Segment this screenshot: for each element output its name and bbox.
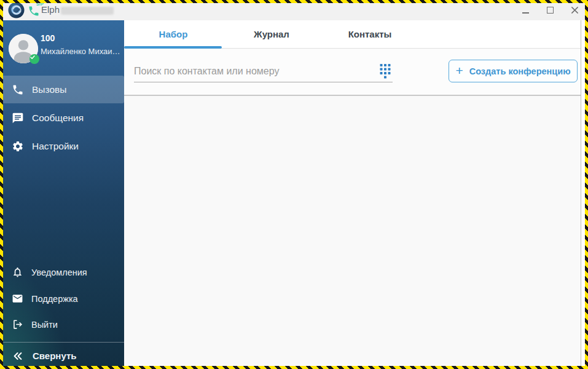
- phone-icon: [12, 84, 24, 96]
- tab-contacts[interactable]: Контакты: [321, 20, 419, 48]
- gear-icon: [12, 140, 24, 153]
- sidebar-item-support[interactable]: Поддержка: [0, 285, 124, 312]
- app-logo-swirl-icon: [8, 2, 25, 18]
- main-panel: Набор Журнал Контакты + Создать конферен: [124, 20, 581, 369]
- sidebar-item-label: Поддержка: [31, 294, 78, 304]
- redacted-version-blur: [61, 7, 114, 15]
- window-controls: [520, 0, 579, 20]
- user-extension: 100: [41, 33, 55, 43]
- tab-label: Набор: [159, 29, 188, 39]
- tab-journal[interactable]: Журнал: [222, 20, 321, 48]
- create-conference-label: Создать конференцию: [469, 66, 571, 76]
- envelope-icon: [12, 293, 23, 304]
- collapse-label: Свернуть: [33, 351, 77, 361]
- tab-label: Контакты: [348, 29, 392, 39]
- sidebar-item-label: Уведомления: [31, 268, 87, 277]
- tab-bar: Набор Журнал Контакты: [124, 20, 581, 49]
- sidebar-item-label: Сообщения: [32, 113, 84, 124]
- double-chevron-left-icon: [12, 350, 24, 362]
- dialpad-icon[interactable]: [379, 63, 391, 79]
- collapse-sidebar-button[interactable]: Свернуть: [0, 343, 124, 369]
- sidebar-item-settings[interactable]: Настройки: [0, 132, 124, 160]
- search-row: + Создать конференцию: [124, 49, 581, 95]
- sidebar: 100 Михайленко Михаи… Вызовы Сообщения Н…: [0, 20, 124, 369]
- tab-dial[interactable]: Набор: [124, 20, 222, 48]
- create-conference-button[interactable]: + Создать конференцию: [449, 60, 578, 82]
- logout-icon: [12, 319, 23, 330]
- titlebar: SIP Elph v.: [0, 0, 588, 20]
- active-tab-indicator: [124, 46, 222, 49]
- minimize-icon[interactable]: [520, 6, 530, 15]
- close-icon[interactable]: [570, 6, 579, 15]
- bell-icon: [12, 266, 23, 278]
- tab-label: Журнал: [254, 29, 289, 39]
- sidebar-item-logout[interactable]: Выйти: [0, 311, 124, 338]
- sip-phone-icon: [28, 5, 40, 17]
- chat-icon: [12, 112, 24, 124]
- sidebar-item-label: Выйти: [31, 320, 58, 330]
- user-name: Михайленко Михаи…: [41, 47, 120, 56]
- sidebar-item-notifications[interactable]: Уведомления: [0, 259, 124, 285]
- sidebar-item-label: Настройки: [32, 141, 79, 152]
- online-status-badge: [29, 54, 39, 64]
- maximize-icon[interactable]: [545, 6, 555, 15]
- sidebar-item-calls[interactable]: Вызовы: [0, 76, 124, 103]
- avatar[interactable]: [9, 34, 38, 63]
- plus-icon: +: [455, 64, 463, 77]
- search-field: [134, 61, 393, 82]
- empty-content-area: [124, 96, 581, 369]
- search-input[interactable]: [134, 66, 379, 77]
- sidebar-item-label: Вызовы: [32, 84, 66, 95]
- sidebar-item-messages[interactable]: Сообщения: [0, 104, 124, 132]
